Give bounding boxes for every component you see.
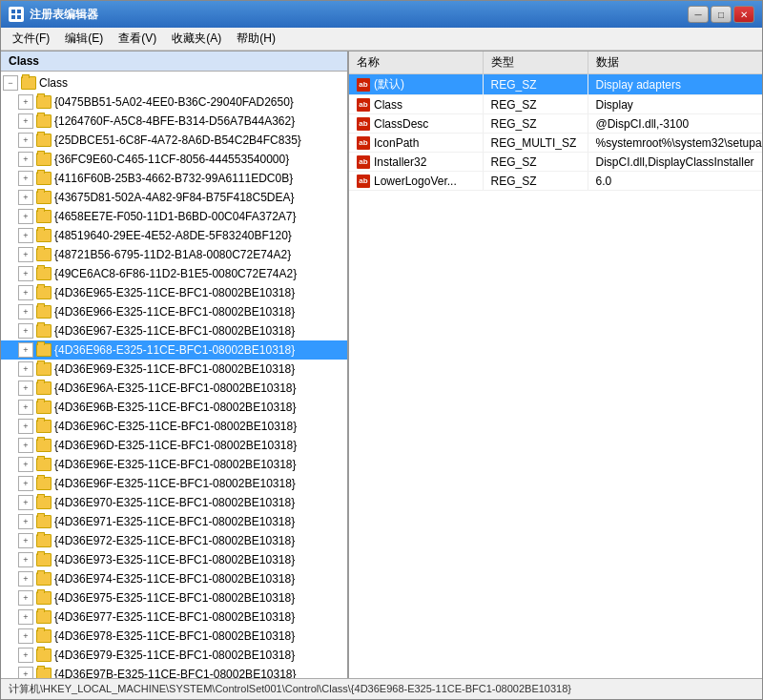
table-row[interactable]: abLowerLogoVer...REG_SZ6.0 (349, 172, 762, 191)
tree-label: {4D36E970-E325-11CE-BFC1-08002BE10318} (54, 496, 345, 509)
tree-expander[interactable]: + (18, 171, 33, 186)
tree-item[interactable]: +{4D36E96A-E325-11CE-BFC1-08002BE10318} (1, 379, 347, 398)
tree-item[interactable]: +{1264760F-A5C8-4BFE-B314-D56A7B44A362} (1, 112, 347, 131)
close-button[interactable]: ✕ (733, 6, 754, 23)
tree-item[interactable]: +{49CE6AC8-6F86-11D2-B1E5-0080C72E74A2} (1, 264, 347, 283)
tree-item[interactable]: +{4D36E97B-E325-11CE-BFC1-08002BE10318} (1, 665, 347, 678)
tree-expander[interactable]: + (18, 533, 33, 548)
table-row[interactable]: abClassDescREG_SZ@DispCI.dll,-3100 (349, 114, 762, 134)
folder-icon (36, 248, 52, 261)
tree-expander[interactable]: + (18, 552, 33, 567)
tree-item[interactable]: +{43675D81-502A-4A82-9F84-B75F418C5DEA} (1, 188, 347, 207)
tree-expander[interactable]: + (18, 628, 33, 644)
tree-item[interactable]: +{4D36E974-E325-11CE-BFC1-08002BE10318} (1, 569, 347, 588)
tree-item[interactable]: +{4D36E972-E325-11CE-BFC1-08002BE10318} (1, 531, 347, 550)
tree-item[interactable]: +{4D36E967-E325-11CE-BFC1-08002BE10318} (1, 321, 347, 340)
tree-container[interactable]: −Class+{0475BB51-5A02-4EE0-B36C-29040FAD… (1, 72, 347, 678)
menu-edit[interactable]: 编辑(E) (57, 29, 111, 49)
tree-item[interactable]: +{4D36E96D-E325-11CE-BFC1-08002BE10318} (1, 436, 347, 455)
tree-expander[interactable]: + (18, 609, 33, 625)
tree-expander[interactable]: + (18, 648, 33, 663)
col-type[interactable]: 类型 (483, 51, 588, 74)
tree-item[interactable]: +{4D36E96C-E325-11CE-BFC1-08002BE10318} (1, 417, 347, 436)
folder-icon (36, 439, 52, 452)
registry-icon: ab (357, 136, 370, 150)
tree-label: {4D36E978-E325-11CE-BFC1-08002BE10318} (54, 629, 345, 643)
registry-type: REG_SZ (483, 114, 588, 134)
tree-expander[interactable]: + (18, 285, 33, 300)
table-row[interactable]: abIconPathREG_MULTI_SZ%systemroot%\syste… (349, 134, 762, 153)
tree-expander[interactable]: + (18, 113, 33, 129)
tree-expander[interactable]: + (18, 190, 33, 205)
left-panel: Class −Class+{0475BB51-5A02-4EE0-B36C-29… (1, 51, 349, 678)
tree-item[interactable]: +{25DBCE51-6C8F-4A72-8A6D-B54C2B4FC835} (1, 131, 347, 150)
tree-item[interactable]: +{4D36E96E-E325-11CE-BFC1-08002BE10318} (1, 455, 347, 474)
tree-item[interactable]: +{4D36E977-E325-11CE-BFC1-08002BE10318} (1, 607, 347, 627)
tree-label: {4D36E96B-E325-11CE-BFC1-08002BE10318} (54, 401, 345, 414)
registry-table: 名称 类型 数据 ab(默认)REG_SZDisplay adaptersabC… (349, 51, 762, 191)
tree-expander[interactable]: − (3, 75, 18, 91)
main-content: Class −Class+{0475BB51-5A02-4EE0-B36C-29… (1, 51, 762, 678)
tree-item[interactable]: +{4D36E965-E325-11CE-BFC1-08002BE10318} (1, 283, 347, 302)
tree-expander[interactable]: + (18, 590, 33, 606)
tree-item[interactable]: +{0475BB51-5A02-4EE0-B36C-29040FAD2650} (1, 93, 347, 112)
tree-item[interactable]: +{48721B56-6795-11D2-B1A8-0080C72E74A2} (1, 245, 347, 264)
right-table[interactable]: 名称 类型 数据 ab(默认)REG_SZDisplay adaptersabC… (349, 51, 762, 678)
menu-file[interactable]: 文件(F) (5, 29, 57, 49)
maximize-button[interactable]: □ (711, 6, 732, 23)
menu-view[interactable]: 查看(V) (111, 29, 164, 49)
tree-expander[interactable]: + (18, 228, 33, 243)
folder-icon (36, 114, 52, 128)
table-row[interactable]: ab(默认)REG_SZDisplay adapters (349, 74, 762, 95)
tree-expander[interactable]: + (18, 209, 33, 224)
tree-item[interactable]: +{4D36E968-E325-11CE-BFC1-08002BE10318} (1, 340, 347, 360)
tree-expander[interactable]: + (18, 323, 33, 339)
col-data[interactable]: 数据 (588, 51, 762, 74)
tree-expander[interactable]: + (18, 571, 33, 587)
table-row[interactable]: abInstaller32REG_SZDispCI.dll,DisplayCla… (349, 153, 762, 172)
registry-name: ClassDesc (374, 117, 428, 131)
tree-expander[interactable]: + (18, 381, 33, 396)
tree-expander[interactable]: + (18, 94, 33, 110)
tree-label: {48519640-29EE-4E52-A8DE-5F83240BF120} (54, 229, 345, 242)
tree-expander[interactable]: + (18, 304, 33, 319)
col-name[interactable]: 名称 (349, 51, 483, 74)
tree-item[interactable]: +{4116F60B-25B3-4662-B732-99A6111EDC0B} (1, 169, 347, 188)
tree-expander[interactable]: + (18, 667, 33, 678)
folder-icon (36, 649, 52, 662)
tree-expander[interactable]: + (18, 495, 33, 510)
tree-expander[interactable]: + (18, 266, 33, 281)
tree-item[interactable]: +{4D36E96B-E325-11CE-BFC1-08002BE10318} (1, 398, 347, 417)
tree-item[interactable]: +{4D36E971-E325-11CE-BFC1-08002BE10318} (1, 512, 347, 531)
tree-expander[interactable]: + (18, 361, 33, 377)
tree-item[interactable]: +{4D36E970-E325-11CE-BFC1-08002BE10318} (1, 493, 347, 512)
tree-item[interactable]: +{4D36E975-E325-11CE-BFC1-08002BE10318} (1, 588, 347, 607)
tree-item[interactable]: +{4D36E966-E325-11CE-BFC1-08002BE10318} (1, 302, 347, 321)
tree-label: {4D36E968-E325-11CE-BFC1-08002BE10318} (54, 343, 345, 357)
table-row[interactable]: abClassREG_SZDisplay (349, 95, 762, 114)
tree-expander[interactable]: + (18, 247, 33, 262)
tree-expander[interactable]: + (18, 342, 33, 358)
tree-item[interactable]: +{4D36E979-E325-11CE-BFC1-08002BE10318} (1, 646, 347, 665)
tree-expander[interactable]: + (18, 400, 33, 415)
folder-icon (36, 534, 52, 547)
tree-item[interactable]: +{36FC9E60-C465-11CF-8056-444553540000} (1, 150, 347, 169)
tree-expander[interactable]: + (18, 438, 33, 453)
tree-item[interactable]: +{4D36E973-E325-11CE-BFC1-08002BE10318} (1, 550, 347, 569)
menu-favorites[interactable]: 收藏夹(A) (164, 29, 229, 49)
minimize-button[interactable]: ─ (688, 6, 709, 23)
tree-expander[interactable]: + (18, 152, 33, 167)
tree-expander[interactable]: + (18, 133, 33, 148)
folder-icon (36, 305, 52, 319)
tree-expander[interactable]: + (18, 419, 33, 434)
tree-item[interactable]: +{4D36E978-E325-11CE-BFC1-08002BE10318} (1, 627, 347, 646)
menu-help[interactable]: 帮助(H) (229, 29, 283, 49)
tree-item[interactable]: +{4D36E969-E325-11CE-BFC1-08002BE10318} (1, 360, 347, 379)
tree-item[interactable]: −Class (1, 73, 347, 93)
tree-expander[interactable]: + (18, 514, 33, 529)
tree-expander[interactable]: + (18, 457, 33, 472)
tree-item[interactable]: +{4658EE7E-F050-11D1-B6BD-00C04FA372A7} (1, 207, 347, 226)
tree-item[interactable]: +{4D36E96F-E325-11CE-BFC1-08002BE10318} (1, 474, 347, 493)
tree-item[interactable]: +{48519640-29EE-4E52-A8DE-5F83240BF120} (1, 226, 347, 245)
tree-expander[interactable]: + (18, 476, 33, 491)
